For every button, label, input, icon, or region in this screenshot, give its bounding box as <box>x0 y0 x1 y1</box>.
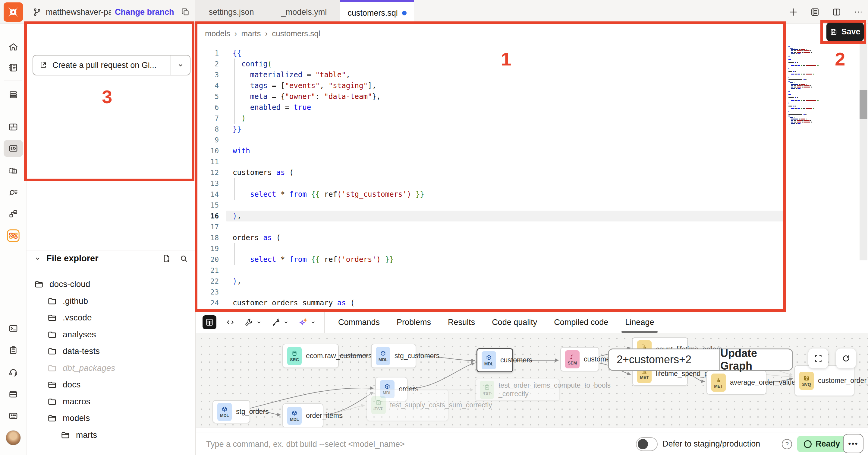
code-line-18[interactable]: 18orders as ( <box>196 232 868 243</box>
lineage-node-ecom-raw-customers[interactable]: SRCecom.raw_customers <box>282 344 339 368</box>
bottom-tab-results[interactable]: Results <box>448 312 475 333</box>
file-row--vscode[interactable]: .vscode <box>47 310 92 325</box>
lineage-node-average-order-value[interactable]: METaverage_order_value <box>707 370 767 395</box>
file-row-marts[interactable]: marts <box>60 427 97 443</box>
file-row-docs[interactable]: docs <box>47 377 81 393</box>
lineage-node-customers-model[interactable]: MDLcustomers <box>476 348 513 372</box>
create-pull-request-button[interactable]: Create a pull request on Gi... <box>33 55 190 76</box>
code-line-5[interactable]: 5 meta = {"owner": "data-team"}, <box>196 91 868 102</box>
code-icon[interactable] <box>225 317 235 327</box>
code-line-3[interactable]: 3 materialized = "table", <box>196 69 868 80</box>
more-options-button[interactable]: ••• <box>843 434 864 453</box>
code-line-24[interactable]: 24customer_orders_summary as ( <box>196 297 868 308</box>
file-explorer-title-group[interactable]: File explorer <box>34 253 161 263</box>
fullscreen-button[interactable] <box>808 348 828 368</box>
code-line-10[interactable]: 10with <box>196 145 868 156</box>
new-file-icon[interactable] <box>161 254 171 263</box>
lineage-node-customers-semantic[interactable]: SEMcustomers <box>560 347 599 371</box>
file-row-data-tests[interactable]: data-tests <box>47 343 100 359</box>
rail-headset-icon[interactable] <box>4 364 23 381</box>
lineage-selector-input[interactable]: 2+customers+2 <box>609 349 720 370</box>
rail-code-icon[interactable] <box>4 140 23 157</box>
code-line-20[interactable]: 20 select * from {{ ref('orders') }} <box>196 254 868 265</box>
code-line-23[interactable]: 23 <box>196 287 868 297</box>
file-row-dbt-packages[interactable]: dbt_packages <box>47 360 115 376</box>
code-line-22[interactable]: 22), <box>196 276 868 287</box>
lineage-canvas[interactable]: SRCecom.raw_customersMDLstg_customersMDL… <box>196 333 868 428</box>
code-line-16[interactable]: 16), <box>196 210 868 222</box>
file-row-docs-cloud[interactable]: docs-cloud <box>34 276 90 292</box>
bottom-tab-commands[interactable]: Commands <box>338 312 380 333</box>
change-branch-link[interactable]: Change branch <box>115 7 174 17</box>
dbt-logo-icon[interactable] <box>4 2 23 22</box>
table-preview-icon[interactable] <box>203 315 216 329</box>
format-tool[interactable] <box>271 317 289 327</box>
code-line-14[interactable]: 14 select * from {{ ref('stg_customers')… <box>196 189 868 200</box>
rail-terminal-icon[interactable] <box>4 320 23 337</box>
plus-icon[interactable] <box>788 7 799 18</box>
bottom-tab-lineage[interactable]: Lineage <box>625 312 654 333</box>
code-line-7[interactable]: 7 ) <box>196 113 868 124</box>
file-row-macros[interactable]: macros <box>47 394 90 409</box>
pull-request-caret-button[interactable] <box>170 56 190 75</box>
refresh-button[interactable] <box>836 348 856 368</box>
rail-drawer-icon[interactable] <box>4 386 23 402</box>
rail-clipboard-icon[interactable] <box>4 342 23 359</box>
update-graph-button[interactable]: Update Graph <box>720 349 792 370</box>
branch-name[interactable]: matthewshaver-patc <box>46 7 111 17</box>
rail-frame-icon[interactable] <box>4 162 23 179</box>
bottom-tab-problems[interactable]: Problems <box>397 312 431 333</box>
sparkle-ai-tool[interactable] <box>299 317 316 327</box>
lineage-node-customer-order-metrics[interactable]: SVQcustomer_order_metrics <box>795 365 855 396</box>
code-line-9[interactable]: 9 <box>196 135 868 145</box>
help-icon[interactable]: ? <box>782 439 792 449</box>
wrench-tool[interactable] <box>244 317 262 327</box>
bottom-tab-code-quality[interactable]: Code quality <box>492 312 537 333</box>
code-line-4[interactable]: 4 tags = ["events", "staging"], <box>196 80 868 91</box>
scrollbar-track[interactable] <box>860 24 867 260</box>
save-button[interactable]: Save <box>827 23 864 41</box>
file-row--github[interactable]: .github <box>47 293 88 309</box>
split-view-icon[interactable] <box>831 7 842 18</box>
code-line-21[interactable]: 21 <box>196 265 868 276</box>
notebook-list-icon[interactable] <box>809 7 820 18</box>
tab-settings-json[interactable]: settings.json <box>195 0 268 24</box>
breadcrumb-item[interactable]: models <box>205 29 230 38</box>
lineage-node-order-items[interactable]: MDLorder_items <box>282 403 323 428</box>
code-line-13[interactable]: 13 <box>196 178 868 189</box>
tab-customers-sql[interactable]: customers.sql <box>340 0 414 24</box>
rail-flow-icon[interactable] <box>4 205 23 222</box>
breadcrumb-item[interactable]: customers.sql <box>272 29 320 38</box>
lineage-node-test-supply-costs[interactable]: TSTtest_supply_costs_sum_correctly <box>367 389 448 421</box>
code-line-11[interactable]: 11 <box>196 156 868 167</box>
lineage-node-stg-orders[interactable]: MDLstg_orders <box>213 400 250 423</box>
rail-keypad-icon[interactable] <box>4 407 23 424</box>
command-input[interactable] <box>206 436 598 452</box>
rail-avatar[interactable] <box>4 429 23 446</box>
copy-icon[interactable] <box>181 7 190 17</box>
scrollbar-thumb[interactable] <box>860 90 867 119</box>
code-line-1[interactable]: 1{{ <box>196 48 868 59</box>
rail-grid-icon[interactable] <box>4 119 23 136</box>
code-line-6[interactable]: 6 enabled = true <box>196 102 868 113</box>
tab--models-yml[interactable]: _models.yml <box>268 0 340 24</box>
status-badge[interactable]: Ready <box>797 436 846 452</box>
breadcrumb-item[interactable]: marts <box>241 29 261 38</box>
code-line-19[interactable]: 19 <box>196 243 868 254</box>
defer-toggle[interactable] <box>636 437 658 451</box>
bottom-tab-compiled-code[interactable]: Compiled code <box>554 312 608 333</box>
lineage-node-stg-customers[interactable]: MDLstg_customers <box>371 344 416 368</box>
rail-journal-icon[interactable] <box>4 59 23 76</box>
ellipsis-icon[interactable] <box>853 7 864 18</box>
file-row-models[interactable]: models <box>47 410 90 426</box>
rail-atom-icon[interactable] <box>4 227 23 244</box>
search-icon[interactable] <box>179 254 189 263</box>
code-line-2[interactable]: 2 config( <box>196 59 868 69</box>
rail-stack-icon[interactable] <box>4 86 23 103</box>
lineage-node-test-order-items[interactable]: TSTtest_order_items_compute_to_bools _co… <box>475 379 560 401</box>
rail-home-icon[interactable] <box>4 39 23 56</box>
code-line-17[interactable]: 17 <box>196 222 868 232</box>
code-line-8[interactable]: 8}} <box>196 124 868 135</box>
rail-search-lines-icon[interactable] <box>4 183 23 200</box>
code-line-15[interactable]: 15 <box>196 200 868 210</box>
